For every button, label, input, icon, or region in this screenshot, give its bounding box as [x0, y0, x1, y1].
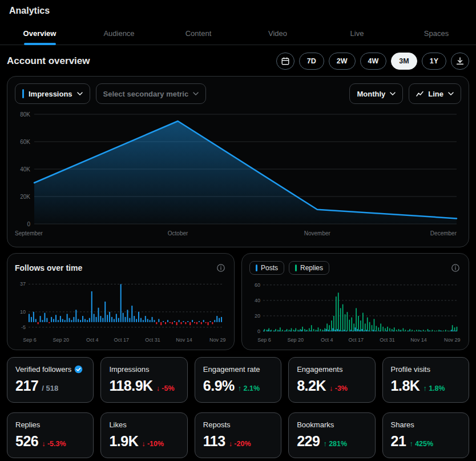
primary-metric-dropdown[interactable]: Impressions: [15, 83, 90, 104]
svg-text:-5: -5: [21, 324, 26, 330]
metric-value: 113: [203, 433, 225, 450]
metric-card-likes: Likes 1.9K ↓ -10%: [100, 412, 187, 458]
metric-card-engagements: Engagements 8.2K ↓ -3%: [288, 357, 375, 403]
tab-audience[interactable]: Audience: [79, 22, 159, 45]
metric-value: 8.2K: [297, 378, 326, 394]
metric-value: 526: [15, 433, 38, 450]
tab-overview[interactable]: Overview: [0, 22, 79, 45]
metric-card-engagement-rate: Engagement rate 6.9% ↑ 2.1%: [195, 357, 281, 403]
svg-text:October: October: [168, 230, 188, 236]
svg-text:20: 20: [255, 313, 260, 319]
range-7d[interactable]: 7D: [299, 53, 324, 70]
tab-bar: Overview Audience Content Video Live Spa…: [0, 22, 476, 45]
svg-text:40: 40: [255, 298, 260, 303]
tab-spaces[interactable]: Spaces: [397, 22, 476, 45]
legend-replies-chip[interactable]: Replies: [289, 261, 329, 275]
svg-text:Oct 17: Oct 17: [348, 337, 364, 343]
svg-text:Nov 14: Nov 14: [176, 337, 192, 343]
metric-value: 229: [297, 433, 320, 450]
metric-label: Verified followers: [15, 365, 71, 374]
svg-text:Sep 6: Sep 6: [23, 337, 37, 343]
follows-card-title: Follows over time: [15, 263, 82, 272]
page-title: Analytics: [9, 6, 467, 16]
svg-text:Sep 20: Sep 20: [288, 337, 304, 343]
legend-replies-label: Replies: [300, 264, 323, 272]
range-1y[interactable]: 1Y: [422, 53, 446, 70]
interval-dropdown[interactable]: Monthly: [349, 83, 403, 104]
metric-suffix: / 518: [42, 384, 58, 392]
download-button[interactable]: [451, 53, 469, 70]
posts-replies-chart[interactable]: 6040200Sep 6Sep 20Oct 4Oct 17Oct 31Nov 1…: [249, 276, 461, 346]
metric-value: 1.9K: [109, 433, 138, 450]
metric-value: 217: [15, 378, 38, 394]
download-icon: [455, 57, 465, 66]
metric-delta: ↓ -5%: [156, 384, 175, 392]
secondary-metric-dropdown[interactable]: Select secondary metric: [96, 83, 207, 104]
legend-posts-label: Posts: [261, 264, 278, 272]
follows-chart[interactable]: 3710-5Sep 6Sep 20Oct 4Oct 17Oct 31Nov 14…: [15, 276, 227, 346]
svg-text:Oct 17: Oct 17: [114, 337, 129, 343]
interval-label: Monthly: [357, 90, 385, 98]
tab-video[interactable]: Video: [238, 22, 317, 45]
metric-card-shares: Shares 21 ↑ 425%: [382, 412, 469, 458]
range-3m[interactable]: 3M: [391, 53, 417, 70]
impressions-chart[interactable]: 020K40K60K80KSeptemberOctoberNovemberDec…: [15, 106, 461, 242]
legend-posts-chip[interactable]: Posts: [249, 261, 284, 275]
svg-text:Nov 14: Nov 14: [410, 337, 427, 343]
metric-delta: ↓ -3%: [329, 384, 348, 392]
metric-label: Bookmarks: [297, 420, 334, 429]
metrics-row-2: Replies 526 ↓ -5.3% Likes 1.9K ↓ -10% Re…: [7, 412, 469, 458]
metrics-row-1: Verified followers 217 / 518 Impressions…: [7, 357, 469, 403]
chevron-down-icon: [390, 92, 396, 95]
replies-color-swatch: [295, 264, 297, 271]
svg-text:Sep 20: Sep 20: [53, 337, 70, 343]
posts-replies-info-button[interactable]: [450, 262, 461, 274]
metric-label: Profile visits: [391, 365, 430, 374]
tab-live[interactable]: Live: [317, 22, 397, 45]
metric-card-replies: Replies 526 ↓ -5.3%: [7, 412, 94, 458]
secondary-charts-row: Follows over time 3710-5Sep 6Sep 20Oct 4…: [7, 253, 469, 350]
svg-text:Oct 4: Oct 4: [86, 337, 99, 343]
posts-replies-card: Posts Replies 6040200Sep 6Sep 20Oct 4Oct…: [241, 253, 469, 350]
metric-card-reposts: Reposts 113 ↓ -20%: [195, 412, 281, 458]
metric-value: 6.9%: [203, 378, 235, 394]
svg-text:Oct 4: Oct 4: [321, 337, 333, 343]
chart-type-dropdown[interactable]: Line: [409, 83, 461, 104]
info-icon: [451, 263, 460, 272]
posts-color-swatch: [256, 264, 257, 271]
svg-text:Oct 31: Oct 31: [145, 337, 160, 343]
range-4w[interactable]: 4W: [360, 53, 387, 70]
metric-card-impressions: Impressions 118.9K ↓ -5%: [100, 357, 187, 403]
svg-text:0: 0: [27, 221, 30, 227]
metric-delta: ↑ 1.8%: [423, 384, 445, 392]
metric-value: 21: [391, 433, 406, 450]
svg-text:60K: 60K: [20, 139, 30, 145]
svg-text:Sep 6: Sep 6: [257, 337, 271, 343]
metric-label: Impressions: [109, 365, 149, 374]
svg-text:20K: 20K: [20, 194, 30, 200]
chevron-down-icon: [448, 92, 454, 95]
svg-text:September: September: [15, 230, 43, 236]
svg-text:40K: 40K: [20, 166, 30, 173]
svg-text:November: November: [304, 230, 331, 236]
metric-label: Replies: [15, 420, 40, 429]
metric-delta: ↑ 425%: [409, 440, 433, 448]
metric-accent-bar: [22, 89, 24, 98]
verified-badge-icon: [74, 365, 83, 374]
tab-content[interactable]: Content: [159, 22, 238, 45]
chart-type-label: Line: [428, 90, 443, 98]
metric-value: 118.9K: [109, 378, 152, 394]
metric-card-verified-followers: Verified followers 217 / 518: [7, 357, 94, 403]
range-2w[interactable]: 2W: [329, 53, 356, 70]
section-title: Account overview: [7, 55, 90, 67]
metric-label: Reposts: [203, 420, 231, 429]
calendar-button[interactable]: [276, 53, 295, 70]
svg-text:60: 60: [255, 282, 260, 288]
metric-delta: ↓ -20%: [229, 440, 251, 448]
primary-metric-label: Impressions: [29, 90, 72, 98]
range-selector: 7D 2W 4W 3M 1Y: [276, 53, 469, 70]
follows-info-button[interactable]: [215, 262, 227, 274]
chart-controls: Impressions Select secondary metric Mont…: [15, 83, 461, 104]
metric-label: Shares: [391, 420, 414, 429]
metric-delta: ↑ 281%: [323, 440, 347, 448]
